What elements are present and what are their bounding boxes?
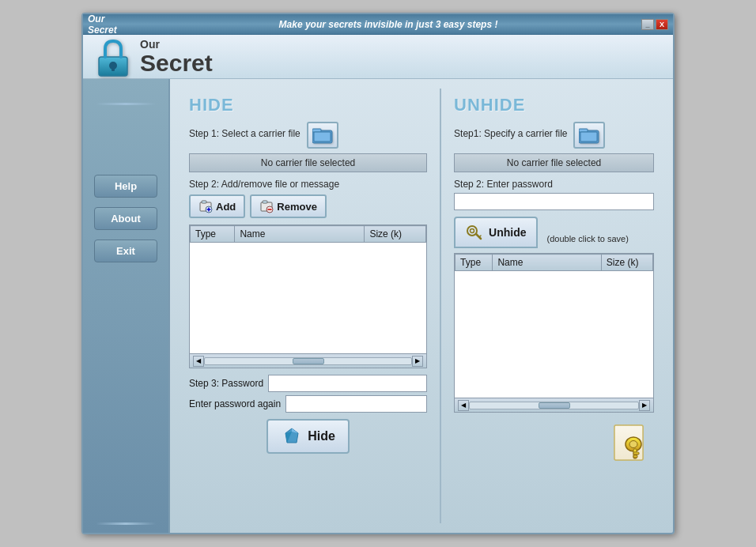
unhide-panel: UNHIDE Step1: Specify a carrier file No … <box>444 89 663 523</box>
close-button[interactable]: X <box>656 19 668 30</box>
hide-col-name: Name <box>235 226 365 243</box>
svg-point-22 <box>471 229 474 233</box>
unhide-scroll-right[interactable]: ▶ <box>639 400 650 411</box>
hide-btn-label: Hide <box>308 429 335 443</box>
help-button[interactable]: Help <box>94 175 157 198</box>
svg-rect-5 <box>314 132 331 141</box>
hide-step3-row: Step 3: Password <box>189 375 427 392</box>
unhide-table-body[interactable] <box>455 271 653 398</box>
unhide-file-select-button[interactable] <box>573 122 605 149</box>
unhide-password-input[interactable] <box>454 193 654 210</box>
hide-file-table: Type Name Size (k) <box>190 225 426 243</box>
hide-step2-label: Step 2: Add/remove file or message <box>189 179 427 190</box>
unhide-scroll-left[interactable]: ◀ <box>458 400 469 411</box>
unhide-action-area: Unhide (double click to save) <box>454 217 654 248</box>
app-title: Our Secret <box>140 39 213 75</box>
titlebar-title: Make your secrets invisible in just 3 ea… <box>135 19 641 30</box>
hide-btn-area: Hide <box>189 419 427 454</box>
sidebar-deco-bottom <box>96 522 156 525</box>
hide-title: HIDE <box>189 95 427 115</box>
main-panels: HIDE Step 1: Select a carrier file No ca… <box>170 79 673 533</box>
gem-icon <box>281 425 303 447</box>
hide-col-type: Type <box>191 226 235 243</box>
hide-step1-label: Step 1: Select a carrier file <box>189 128 301 139</box>
hide-scroll-left[interactable]: ◀ <box>193 356 204 367</box>
panel-divider <box>440 89 441 523</box>
svg-rect-29 <box>633 455 637 458</box>
hide-file-select-button[interactable] <box>307 122 338 149</box>
add-icon <box>198 199 213 213</box>
unhide-scroll-track[interactable] <box>469 402 639 409</box>
titlebar: Our Secret Make your secrets invisible i… <box>83 14 673 35</box>
remove-icon <box>259 199 274 213</box>
sidebar: Help About Exit <box>83 79 170 533</box>
unhide-file-table: Type Name Size (k) <box>455 254 653 271</box>
hide-panel: HIDE Step 1: Select a carrier file No ca… <box>180 89 437 523</box>
hide-scroll-thumb[interactable] <box>293 358 324 364</box>
hide-carrier-display: No carrier file selected <box>189 153 427 172</box>
app-header: Our Secret <box>83 35 673 79</box>
svg-rect-19 <box>579 129 588 132</box>
hide-scroll-track[interactable] <box>204 357 412 365</box>
add-button[interactable]: Add <box>189 194 245 218</box>
unhide-step1-label: Step1: Specify a carrier file <box>454 128 567 139</box>
svg-rect-4 <box>312 129 321 132</box>
hide-file-table-container: Type Name Size (k) ◀ ▶ <box>189 224 427 368</box>
unhide-scroll-thumb[interactable] <box>539 402 570 409</box>
window-controls: _ X <box>641 19 668 30</box>
unhide-btn-label: Unhide <box>489 226 526 239</box>
hide-password-input[interactable] <box>268 375 427 392</box>
svg-rect-12 <box>263 201 267 203</box>
hide-col-size: Size (k) <box>365 226 426 243</box>
about-button[interactable]: About <box>94 207 157 230</box>
svg-point-26 <box>629 441 637 448</box>
unhide-step1-row: Step1: Specify a carrier file <box>454 122 654 149</box>
hide-step3-label: Step 3: Password <box>189 378 263 389</box>
svg-rect-2 <box>112 66 115 71</box>
remove-button[interactable]: Remove <box>250 194 327 218</box>
hide-action-buttons: Add Remove <box>189 194 427 218</box>
unhide-col-name: Name <box>493 255 601 271</box>
svg-rect-7 <box>202 201 206 203</box>
unhide-title: UNHIDE <box>454 95 654 115</box>
svg-rect-20 <box>580 132 597 141</box>
hide-scroll-right[interactable]: ▶ <box>412 356 423 367</box>
double-click-note: (double click to save) <box>547 234 629 248</box>
hide-confirm-label: Enter password again <box>189 398 281 409</box>
unhide-col-type: Type <box>455 255 493 271</box>
unhide-carrier-display: No carrier file selected <box>454 153 654 172</box>
unhide-scrollbar: ◀ ▶ <box>455 398 653 412</box>
unhide-button[interactable]: Unhide <box>454 217 537 248</box>
unhide-file-table-container: Type Name Size (k) ◀ ▶ <box>454 253 654 413</box>
unhide-col-size: Size (k) <box>601 255 652 271</box>
hide-scrollbar: ◀ ▶ <box>190 353 426 368</box>
app-title-secret: Secret <box>140 51 213 75</box>
exit-button[interactable]: Exit <box>94 240 157 262</box>
svg-rect-28 <box>633 452 639 455</box>
hide-confirm-input[interactable] <box>285 395 427 413</box>
add-label: Add <box>216 201 236 213</box>
hide-table-body[interactable] <box>190 243 426 353</box>
key-icon-area <box>454 419 654 463</box>
hide-button[interactable]: Hide <box>266 419 350 454</box>
main-window: Our Secret Make your secrets invisible i… <box>81 13 675 534</box>
sidebar-deco-top <box>96 103 156 105</box>
unhide-step2-label: Step 2: Enter password <box>454 179 654 190</box>
content-area: Help About Exit HIDE Step 1: Select a ca… <box>83 79 673 533</box>
hide-step1-row: Step 1: Select a carrier file <box>189 122 427 149</box>
remove-label: Remove <box>277 201 317 213</box>
hide-confirm-row: Enter password again <box>189 395 427 413</box>
lock-icon <box>93 36 134 77</box>
key-document-icon <box>610 419 654 463</box>
logo-area: Our Secret <box>93 36 213 77</box>
keys-icon <box>465 223 484 242</box>
minimize-button[interactable]: _ <box>641 19 654 30</box>
app-title-our: Our <box>140 39 213 50</box>
